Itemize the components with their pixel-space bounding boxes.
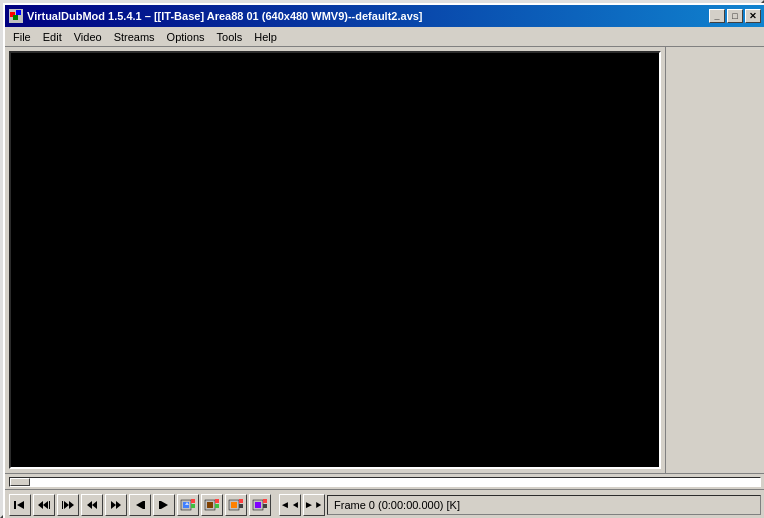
play-reverse-button[interactable] [279, 494, 301, 516]
bottom-toolbar: Frame 0 (0:00:00.000) [K] [5, 489, 764, 518]
next-keyframe-button[interactable] [105, 494, 127, 516]
scrollbar-track[interactable] [9, 477, 761, 487]
svg-rect-27 [215, 499, 219, 503]
right-panel [665, 47, 764, 473]
svg-marker-7 [43, 501, 48, 509]
svg-rect-8 [49, 501, 50, 509]
frame-status: Frame 0 (0:00:00.000) [K] [327, 495, 761, 515]
menu-edit[interactable]: Edit [37, 29, 68, 45]
svg-rect-22 [191, 499, 195, 503]
close-button[interactable]: ✕ [745, 9, 761, 23]
svg-marker-12 [87, 501, 92, 509]
svg-rect-4 [14, 501, 16, 509]
menu-options[interactable]: Options [161, 29, 211, 45]
app-icon [9, 9, 23, 23]
svg-rect-23 [191, 504, 195, 508]
menu-help[interactable]: Help [248, 29, 283, 45]
prev-frame-button[interactable] [129, 494, 151, 516]
svg-marker-14 [111, 501, 116, 509]
svg-rect-31 [239, 499, 243, 503]
svg-rect-28 [215, 504, 219, 508]
menu-bar: File Edit Video Streams Options Tools He… [5, 27, 764, 47]
title-bar: VirtualDubMod 1.5.4.1 – [[IT-Base] Area8… [5, 5, 764, 27]
svg-rect-9 [62, 501, 63, 509]
next-frame-button[interactable] [153, 494, 175, 516]
main-content [5, 47, 764, 473]
scrollbar-area[interactable] [5, 473, 764, 489]
svg-rect-32 [239, 504, 243, 508]
save-image-button[interactable] [177, 494, 199, 516]
menu-file[interactable]: File [7, 29, 37, 45]
svg-rect-3 [16, 10, 21, 15]
menu-streams[interactable]: Streams [108, 29, 161, 45]
right-panel-content [666, 47, 764, 473]
svg-rect-30 [231, 502, 237, 508]
save-image-2-button[interactable] [201, 494, 223, 516]
window-controls: _ □ ✕ [709, 9, 761, 23]
minimize-button[interactable]: _ [709, 9, 725, 23]
menu-tools[interactable]: Tools [211, 29, 249, 45]
svg-rect-18 [159, 501, 161, 509]
maximize-button[interactable]: □ [727, 9, 743, 23]
next-scene-button[interactable] [57, 494, 79, 516]
go-start-button[interactable] [9, 494, 31, 516]
svg-marker-38 [316, 502, 321, 508]
video-display [9, 51, 661, 469]
svg-marker-5 [17, 501, 24, 509]
svg-marker-11 [69, 501, 74, 509]
svg-rect-2 [13, 15, 18, 20]
prev-keyframe-button[interactable] [81, 494, 103, 516]
play-forward-button[interactable] [303, 494, 325, 516]
prev-scene-button[interactable] [33, 494, 55, 516]
svg-rect-36 [263, 504, 267, 508]
svg-rect-26 [207, 502, 213, 508]
menu-video[interactable]: Video [68, 29, 108, 45]
svg-marker-37 [293, 502, 298, 508]
save-image-3-button[interactable] [225, 494, 247, 516]
video-panel [5, 47, 665, 473]
save-image-4-button[interactable] [249, 494, 271, 516]
title-bar-left: VirtualDubMod 1.5.4.1 – [[IT-Base] Area8… [9, 9, 423, 23]
svg-rect-35 [263, 499, 267, 503]
svg-marker-6 [38, 501, 43, 509]
window-title: VirtualDubMod 1.5.4.1 – [[IT-Base] Area8… [27, 10, 423, 22]
svg-rect-34 [255, 502, 261, 508]
svg-marker-13 [92, 501, 97, 509]
svg-marker-16 [136, 501, 143, 509]
scrollbar-thumb[interactable] [10, 478, 30, 486]
svg-marker-15 [116, 501, 121, 509]
svg-marker-10 [64, 501, 69, 509]
svg-rect-17 [143, 501, 145, 509]
svg-marker-19 [161, 501, 168, 509]
